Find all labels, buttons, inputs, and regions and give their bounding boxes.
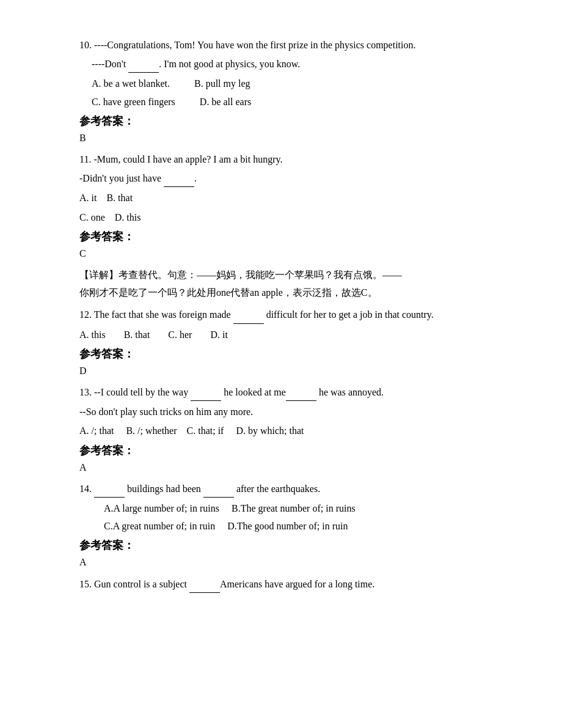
q14-options-ab: A.A large number of; in ruins B.The grea… xyxy=(104,500,501,517)
q10-line2: ----Don't . I'm not good at physics, you… xyxy=(92,56,501,73)
q12-line1: 12. The fact that she was foreign made d… xyxy=(79,306,501,323)
q10-line1: 10. ----Congratulations, Tom! You have w… xyxy=(79,37,501,53)
question-14: 14. buildings had been after the earthqu… xyxy=(79,480,501,571)
q14-line1: 14. buildings had been after the earthqu… xyxy=(79,480,501,498)
q11-options-cd: C. one D. this xyxy=(79,209,501,226)
q13-answer: A xyxy=(79,459,501,476)
q14-answer: A xyxy=(79,554,501,570)
q10-blank xyxy=(128,56,159,73)
q14-blank1 xyxy=(94,480,125,498)
q11-line2: -Didn't you just have . xyxy=(79,170,501,187)
question-13: 13. --I could tell by the way he looked … xyxy=(79,384,501,476)
q12-answer: D xyxy=(79,362,501,379)
q12-answer-label: 参考答案： xyxy=(79,347,501,361)
q14-options-cd: C.A great number of; in ruin D.The good … xyxy=(104,518,501,534)
q12-option-a: A. this xyxy=(79,326,106,343)
q11-line1: 11. -Mum, could I have an apple? I am a … xyxy=(79,151,501,167)
q12-option-b: B. that xyxy=(124,326,150,343)
q10-options-cd: C. have green fingers D. be all ears xyxy=(92,94,501,110)
question-15: 15. Gun control is a subject Americans h… xyxy=(79,576,501,593)
q10-answer-label: 参考答案： xyxy=(79,114,501,128)
q12-blank xyxy=(233,306,264,323)
q13-options: A. /; that B. /; whether C. that; if D. … xyxy=(79,422,501,439)
question-10: 10. ----Congratulations, Tom! You have w… xyxy=(79,37,501,146)
q10-answer: B xyxy=(79,130,501,146)
q11-answer: C xyxy=(79,245,501,262)
q15-line1: 15. Gun control is a subject Americans h… xyxy=(79,576,501,593)
q11-options-ab: A. it B. that xyxy=(79,189,501,206)
q11-explanation: 【详解】考查替代。句意：——妈妈，我能吃一个苹果吗？我有点饿。—— 你刚才不是吃… xyxy=(79,267,501,302)
q12-options: A. this B. that C. her D. it xyxy=(79,326,501,343)
q10-option-a: A. be a wet blanket. xyxy=(92,75,170,92)
q13-blank1 xyxy=(191,384,221,401)
q10-option-c: C. have green fingers xyxy=(92,94,175,110)
question-11: 11. -Mum, could I have an apple? I am a … xyxy=(79,151,501,302)
q10-options-ab: A. be a wet blanket. B. pull my leg xyxy=(92,75,501,92)
q14-blank2 xyxy=(203,480,234,498)
page-content: 10. ----Congratulations, Tom! You have w… xyxy=(79,37,501,593)
q14-answer-label: 参考答案： xyxy=(79,538,501,553)
q13-line2: --So don't play such tricks on him any m… xyxy=(79,403,501,420)
q10-option-d: D. be all ears xyxy=(200,94,251,110)
q15-blank xyxy=(189,576,220,593)
q11-blank xyxy=(164,170,194,187)
q13-answer-label: 参考答案： xyxy=(79,443,501,458)
q10-option-b: B. pull my leg xyxy=(194,75,250,92)
q11-answer-label: 参考答案： xyxy=(79,229,501,244)
q13-line1: 13. --I could tell by the way he looked … xyxy=(79,384,501,401)
q13-blank2 xyxy=(286,384,316,401)
q12-option-d: D. it xyxy=(210,326,227,343)
question-12: 12. The fact that she was foreign made d… xyxy=(79,306,501,379)
q12-option-c: C. her xyxy=(168,326,192,343)
